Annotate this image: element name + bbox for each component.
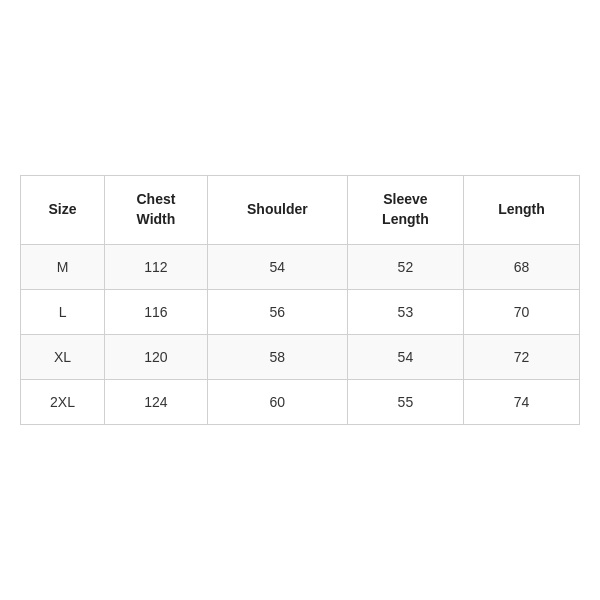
cell-sleeve_length: 55 — [347, 379, 463, 424]
cell-size: L — [21, 289, 105, 334]
header-size: Size — [21, 176, 105, 244]
cell-length: 68 — [463, 244, 579, 289]
header-chest-width: ChestWidth — [105, 176, 208, 244]
cell-chest_width: 112 — [105, 244, 208, 289]
cell-length: 70 — [463, 289, 579, 334]
cell-shoulder: 60 — [207, 379, 347, 424]
cell-shoulder: 56 — [207, 289, 347, 334]
cell-length: 72 — [463, 334, 579, 379]
table-row: XL120585472 — [21, 334, 580, 379]
cell-size: M — [21, 244, 105, 289]
cell-shoulder: 58 — [207, 334, 347, 379]
size-chart-container: Size ChestWidth Shoulder SleeveLength Le… — [20, 175, 580, 424]
table-row: M112545268 — [21, 244, 580, 289]
header-length: Length — [463, 176, 579, 244]
cell-sleeve_length: 52 — [347, 244, 463, 289]
table-row: L116565370 — [21, 289, 580, 334]
cell-size: XL — [21, 334, 105, 379]
cell-shoulder: 54 — [207, 244, 347, 289]
cell-size: 2XL — [21, 379, 105, 424]
header-sleeve-length: SleeveLength — [347, 176, 463, 244]
size-chart-table: Size ChestWidth Shoulder SleeveLength Le… — [20, 175, 580, 424]
cell-length: 74 — [463, 379, 579, 424]
table-header-row: Size ChestWidth Shoulder SleeveLength Le… — [21, 176, 580, 244]
table-row: 2XL124605574 — [21, 379, 580, 424]
cell-chest_width: 124 — [105, 379, 208, 424]
cell-chest_width: 116 — [105, 289, 208, 334]
header-shoulder: Shoulder — [207, 176, 347, 244]
cell-sleeve_length: 53 — [347, 289, 463, 334]
cell-chest_width: 120 — [105, 334, 208, 379]
cell-sleeve_length: 54 — [347, 334, 463, 379]
